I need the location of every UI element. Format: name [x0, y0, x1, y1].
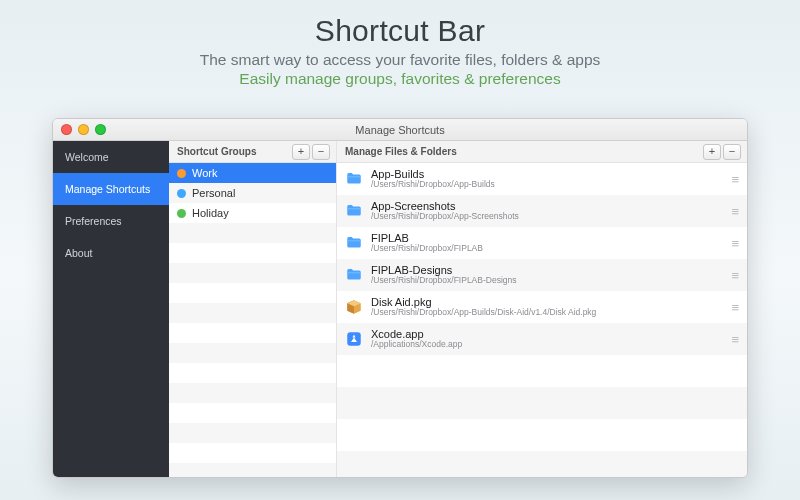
file-path: /Users/Rishi/Dropbox/FIPLAB	[371, 244, 723, 253]
sidebar: WelcomeManage ShortcutsPreferencesAbout	[53, 141, 169, 477]
files-header: Manage Files & Folders + −	[337, 141, 747, 163]
empty-row	[169, 403, 336, 423]
file-name: FIPLAB	[371, 232, 723, 244]
file-name: Xcode.app	[371, 328, 723, 340]
file-row[interactable]: Disk Aid.pkg/Users/Rishi/Dropbox/App-Bui…	[337, 291, 747, 323]
group-label: Work	[192, 167, 217, 179]
group-row[interactable]: Work	[169, 163, 336, 183]
group-color-dot	[177, 169, 186, 178]
empty-row	[169, 223, 336, 243]
groups-pane: Shortcut Groups + − WorkPersonalHoliday	[169, 141, 337, 477]
minimize-icon[interactable]	[78, 124, 89, 135]
file-name: App-Builds	[371, 168, 723, 180]
group-row[interactable]: Holiday	[169, 203, 336, 223]
file-row[interactable]: App-Screenshots/Users/Rishi/Dropbox/App-…	[337, 195, 747, 227]
file-row[interactable]: Xcode.app/Applications/Xcode.app≡	[337, 323, 747, 355]
hero: Shortcut Bar The smart way to access you…	[0, 0, 800, 88]
files-list: App-Builds/Users/Rishi/Dropbox/App-Build…	[337, 163, 747, 477]
group-color-dot	[177, 189, 186, 198]
empty-row	[169, 243, 336, 263]
empty-row	[169, 283, 336, 303]
files-header-label: Manage Files & Folders	[345, 146, 457, 157]
file-name: FIPLAB-Designs	[371, 264, 723, 276]
empty-row	[169, 303, 336, 323]
file-row[interactable]: FIPLAB-Designs/Users/Rishi/Dropbox/FIPLA…	[337, 259, 747, 291]
groups-list: WorkPersonalHoliday	[169, 163, 336, 477]
empty-row	[169, 423, 336, 443]
file-path: /Users/Rishi/Dropbox/App-Screenshots	[371, 212, 723, 221]
empty-row	[337, 451, 747, 477]
hero-tagline: Easily manage groups, favorites & prefer…	[0, 70, 800, 88]
window-title: Manage Shortcuts	[355, 124, 444, 136]
zoom-icon[interactable]	[95, 124, 106, 135]
file-row[interactable]: App-Builds/Users/Rishi/Dropbox/App-Build…	[337, 163, 747, 195]
group-label: Holiday	[192, 207, 229, 219]
empty-row	[169, 343, 336, 363]
sidebar-item-about[interactable]: About	[53, 237, 169, 269]
groups-header: Shortcut Groups + −	[169, 141, 336, 163]
empty-row	[169, 443, 336, 463]
empty-row	[169, 383, 336, 403]
file-path: /Users/Rishi/Dropbox/App-Builds/Disk-Aid…	[371, 308, 723, 317]
empty-row	[169, 463, 336, 477]
file-path: /Applications/Xcode.app	[371, 340, 723, 349]
empty-row	[169, 323, 336, 343]
titlebar: Manage Shortcuts	[53, 119, 747, 141]
group-label: Personal	[192, 187, 235, 199]
hero-subtitle: The smart way to access your favorite fi…	[0, 51, 800, 69]
empty-row	[169, 263, 336, 283]
empty-row	[169, 363, 336, 383]
empty-row	[337, 419, 747, 451]
add-file-button[interactable]: +	[703, 144, 721, 160]
drag-handle-icon[interactable]: ≡	[731, 268, 739, 283]
empty-row	[337, 355, 747, 387]
groups-header-label: Shortcut Groups	[177, 146, 256, 157]
file-path: /Users/Rishi/Dropbox/FIPLAB-Designs	[371, 276, 723, 285]
folder-icon	[345, 202, 363, 220]
remove-group-button[interactable]: −	[312, 144, 330, 160]
empty-row	[337, 387, 747, 419]
group-row[interactable]: Personal	[169, 183, 336, 203]
drag-handle-icon[interactable]: ≡	[731, 332, 739, 347]
file-name: App-Screenshots	[371, 200, 723, 212]
files-pane: Manage Files & Folders + − App-Builds/Us…	[337, 141, 747, 477]
drag-handle-icon[interactable]: ≡	[731, 204, 739, 219]
traffic-lights	[61, 124, 106, 135]
folder-icon	[345, 234, 363, 252]
sidebar-item-manage-shortcuts[interactable]: Manage Shortcuts	[53, 173, 169, 205]
folder-icon	[345, 170, 363, 188]
group-color-dot	[177, 209, 186, 218]
hero-title: Shortcut Bar	[0, 14, 800, 48]
pkg-icon	[345, 298, 363, 316]
app-icon	[345, 330, 363, 348]
app-window: Manage Shortcuts WelcomeManage Shortcuts…	[52, 118, 748, 478]
file-name: Disk Aid.pkg	[371, 296, 723, 308]
close-icon[interactable]	[61, 124, 72, 135]
add-group-button[interactable]: +	[292, 144, 310, 160]
drag-handle-icon[interactable]: ≡	[731, 300, 739, 315]
sidebar-item-welcome[interactable]: Welcome	[53, 141, 169, 173]
file-path: /Users/Rishi/Dropbox/App-Builds	[371, 180, 723, 189]
folder-icon	[345, 266, 363, 284]
drag-handle-icon[interactable]: ≡	[731, 172, 739, 187]
file-row[interactable]: FIPLAB/Users/Rishi/Dropbox/FIPLAB≡	[337, 227, 747, 259]
drag-handle-icon[interactable]: ≡	[731, 236, 739, 251]
remove-file-button[interactable]: −	[723, 144, 741, 160]
sidebar-item-preferences[interactable]: Preferences	[53, 205, 169, 237]
